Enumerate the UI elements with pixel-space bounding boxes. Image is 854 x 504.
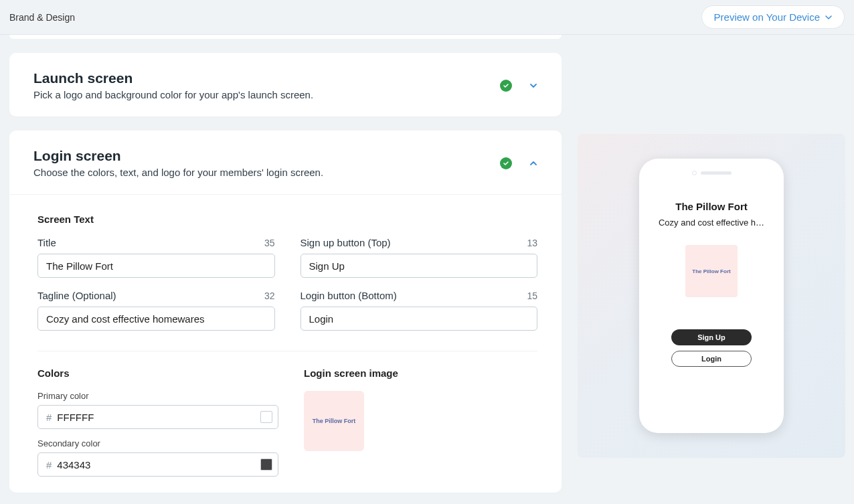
- check-complete-icon: [500, 157, 512, 169]
- preview-login-button: Login: [671, 351, 752, 367]
- page-title: Brand & Design: [9, 12, 75, 23]
- divider: [37, 351, 537, 351]
- title-counter: 35: [264, 238, 275, 248]
- device-preview-panel: The Pillow Fort Cozy and cost effective …: [578, 134, 845, 458]
- screen-text-section-label: Screen Text: [37, 214, 537, 225]
- previous-card-bottom: [9, 35, 562, 39]
- login-screen-image-thumb[interactable]: The Pillow Fort: [304, 391, 364, 451]
- preview-tagline: Cozy and cost effective h…: [651, 218, 772, 228]
- title-input[interactable]: [37, 254, 275, 278]
- primary-color-swatch[interactable]: [260, 411, 272, 423]
- phone-mockup: The Pillow Fort Cozy and cost effective …: [639, 159, 784, 433]
- secondary-color-swatch[interactable]: [260, 458, 272, 471]
- preview-signup-button: Sign Up: [671, 329, 752, 345]
- login-card-subtitle: Choose the colors, text, and logo for yo…: [33, 167, 323, 178]
- preview-button-label: Preview on Your Device: [714, 11, 820, 23]
- signup-counter: 13: [527, 238, 537, 248]
- hash-icon: #: [46, 412, 52, 423]
- primary-color-field[interactable]: #: [37, 405, 278, 429]
- login-card-title: Login screen: [33, 148, 323, 164]
- signup-field-label: Sign up button (Top): [301, 237, 391, 248]
- signup-input[interactable]: [301, 254, 538, 278]
- launch-card-title: Launch screen: [33, 70, 313, 86]
- preview-title: The Pillow Fort: [675, 201, 748, 212]
- preview-logo: The Pillow Fort: [685, 245, 738, 297]
- launch-card-subtitle: Pick a logo and background color for you…: [33, 89, 313, 100]
- login-screen-card: Login screen Choose the colors, text, an…: [9, 131, 562, 493]
- collapse-toggle[interactable]: [524, 154, 543, 173]
- image-thumb-text: The Pillow Fort: [313, 418, 356, 424]
- colors-section-label: Colors: [37, 367, 278, 379]
- loginbtn-counter: 15: [527, 290, 537, 301]
- hash-icon: #: [46, 459, 52, 471]
- tagline-counter: 32: [264, 290, 275, 301]
- loginbtn-input[interactable]: [301, 307, 538, 331]
- loginbtn-field-label: Login button (Bottom): [301, 290, 397, 301]
- launch-screen-card: Launch screen Pick a logo and background…: [9, 53, 562, 116]
- primary-color-label: Primary color: [37, 391, 278, 401]
- preview-on-device-button[interactable]: Preview on Your Device: [701, 5, 845, 29]
- phone-speaker-icon: [692, 171, 732, 175]
- check-complete-icon: [500, 80, 512, 92]
- chevron-down-icon: [825, 14, 832, 21]
- secondary-color-field[interactable]: #: [37, 452, 278, 477]
- title-field-label: Title: [37, 237, 56, 248]
- preview-logo-text: The Pillow Fort: [692, 268, 730, 274]
- primary-color-input[interactable]: [57, 412, 260, 423]
- tagline-input[interactable]: [37, 307, 275, 331]
- expand-toggle[interactable]: [524, 76, 543, 95]
- login-image-section-label: Login screen image: [304, 367, 537, 379]
- tagline-field-label: Tagline (Optional): [37, 290, 116, 301]
- secondary-color-label: Secondary color: [37, 438, 278, 448]
- secondary-color-input[interactable]: [57, 459, 260, 471]
- page-header: Brand & Design Preview on Your Device: [0, 0, 854, 35]
